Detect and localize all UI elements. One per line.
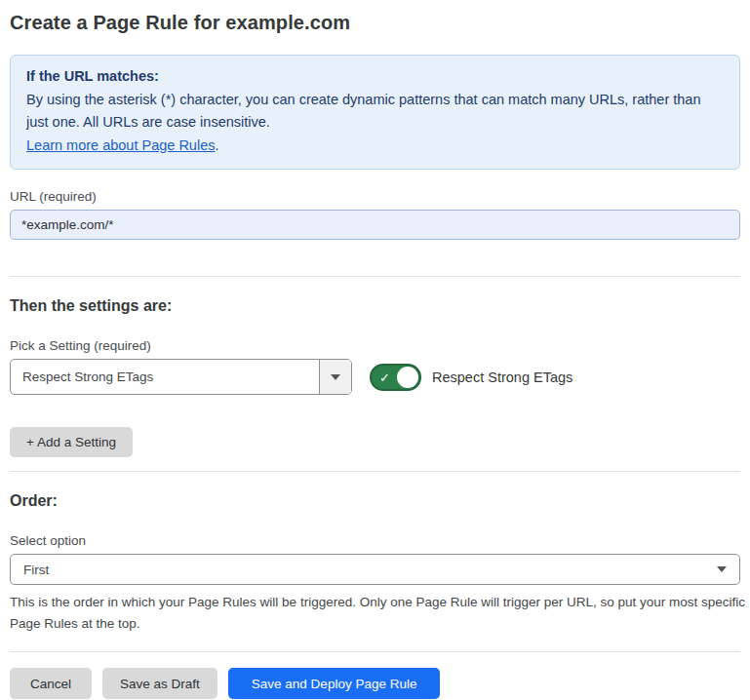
order-help-text: This is the order in which your Page Rul… — [10, 592, 746, 635]
order-select-label: Select option — [10, 533, 740, 548]
chevron-down-icon — [717, 566, 727, 572]
toggle-label: Respect Strong ETags — [432, 369, 572, 385]
save-as-draft-button[interactable]: Save as Draft — [102, 668, 217, 699]
respect-strong-etags-toggle[interactable]: ✓ — [370, 364, 421, 391]
form-actions: Cancel Save as Draft Save and Deploy Pag… — [10, 668, 740, 699]
learn-more-link[interactable]: Learn more about Page Rules — [26, 137, 215, 153]
divider — [10, 276, 740, 277]
setting-select-arrow-button[interactable] — [319, 360, 351, 394]
url-field-label: URL (required) — [10, 189, 740, 204]
setting-select[interactable]: Respect Strong ETags — [10, 359, 352, 395]
info-box-body: By using the asterisk (*) character, you… — [26, 89, 724, 135]
page-title: Create a Page Rule for example.com — [10, 12, 740, 34]
info-box-heading: If the URL matches: — [26, 65, 724, 89]
order-select-value: First — [23, 563, 49, 577]
chevron-down-icon — [331, 374, 340, 380]
cancel-button[interactable]: Cancel — [10, 668, 92, 699]
divider — [10, 651, 740, 652]
url-input[interactable] — [10, 210, 740, 240]
divider — [10, 471, 740, 472]
order-select[interactable]: First — [10, 554, 740, 585]
save-and-deploy-button[interactable]: Save and Deploy Page Rule — [228, 668, 441, 699]
setting-picker-label: Pick a Setting (required) — [10, 338, 740, 353]
add-setting-button[interactable]: + Add a Setting — [10, 427, 133, 457]
setting-toggle-group: ✓ Respect Strong ETags — [370, 364, 572, 391]
page-rule-form: Create a Page Rule for example.com If th… — [0, 0, 750, 699]
info-box-link-line: Learn more about Page Rules. — [26, 135, 724, 158]
order-section-heading: Order: — [10, 492, 740, 510]
setting-select-value: Respect Strong ETags — [11, 360, 319, 394]
check-icon: ✓ — [379, 370, 390, 383]
link-period: . — [215, 137, 218, 153]
settings-section-heading: Then the settings are: — [10, 297, 740, 315]
setting-row: Respect Strong ETags ✓ Respect Strong ET… — [10, 359, 740, 395]
toggle-knob — [397, 367, 418, 388]
url-match-info-box: If the URL matches: By using the asteris… — [10, 55, 740, 170]
